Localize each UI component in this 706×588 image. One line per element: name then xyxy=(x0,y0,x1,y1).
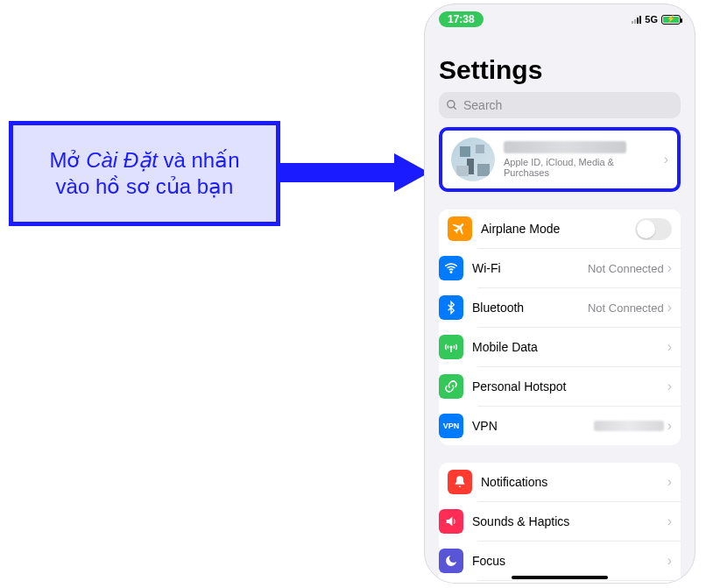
chevron-right-icon: › xyxy=(667,514,672,529)
status-right: 5G ⚡ xyxy=(632,14,681,25)
network-label: 5G xyxy=(645,14,658,25)
callout-text-1: Mở xyxy=(49,148,86,172)
row-value: Not Connected xyxy=(588,301,664,315)
row-focus[interactable]: Focus › xyxy=(477,541,681,580)
profile-name-redacted xyxy=(504,141,626,153)
svg-point-4 xyxy=(450,346,452,348)
chevron-right-icon: › xyxy=(664,152,668,167)
row-personal-hotspot[interactable]: Personal Hotspot › xyxy=(477,366,681,406)
speaker-icon xyxy=(439,509,463,534)
chevron-right-icon: › xyxy=(667,260,672,276)
row-label: Focus xyxy=(472,554,667,568)
row-value: Not Connected xyxy=(588,262,664,275)
instruction-callout: Mở Cài Đặt và nhấn vào hồ sơ của bạn xyxy=(9,121,280,226)
svg-point-0 xyxy=(448,101,455,108)
wifi-icon xyxy=(439,256,463,280)
settings-group-connectivity: Airplane Mode Wi-Fi Not Connected › Blue… xyxy=(439,209,681,445)
settings-group-notifications: Notifications › Sounds & Haptics › Focus… xyxy=(439,463,681,584)
row-screen-time[interactable]: Screen Time › xyxy=(477,580,681,584)
search-icon xyxy=(446,99,458,111)
row-label: Notifications xyxy=(481,475,667,489)
row-label: Wi-Fi xyxy=(472,261,588,275)
chevron-right-icon: › xyxy=(667,300,672,315)
svg-line-1 xyxy=(454,107,456,110)
row-label: VPN xyxy=(472,419,594,433)
vpn-value-redacted xyxy=(594,421,664,431)
cellular-signal-icon xyxy=(632,15,641,24)
row-sounds-haptics[interactable]: Sounds & Haptics › xyxy=(477,501,681,541)
phone-frame: 17:38 5G ⚡ Settings Search Apple ID, iCl… xyxy=(424,4,695,584)
profile-row[interactable]: Apple ID, iCloud, Media & Purchases › xyxy=(439,127,681,192)
callout-text-2: và nhấn xyxy=(158,148,240,172)
status-bar: 17:38 5G ⚡ xyxy=(425,4,695,29)
moon-icon xyxy=(439,549,463,573)
vpn-icon: VPN xyxy=(439,414,463,438)
home-indicator xyxy=(512,576,608,579)
page-title: Settings xyxy=(425,29,695,92)
svg-point-2 xyxy=(450,272,452,273)
antenna-icon xyxy=(439,335,463,359)
row-label: Mobile Data xyxy=(472,340,667,354)
chevron-right-icon: › xyxy=(667,379,672,394)
airplane-icon xyxy=(448,216,472,241)
row-wifi[interactable]: Wi-Fi Not Connected › xyxy=(477,248,681,287)
row-mobile-data[interactable]: Mobile Data › xyxy=(477,327,681,366)
chevron-right-icon: › xyxy=(667,339,672,355)
row-label: Personal Hotspot xyxy=(472,379,667,393)
airplane-toggle[interactable] xyxy=(635,218,672,240)
arrow-icon xyxy=(280,153,431,192)
bluetooth-icon xyxy=(439,295,463,320)
chevron-right-icon: › xyxy=(667,474,672,490)
link-icon xyxy=(439,374,463,399)
row-label: Airplane Mode xyxy=(481,222,635,236)
profile-subtitle: Apple ID, iCloud, Media & Purchases xyxy=(504,157,655,178)
row-label: Sounds & Haptics xyxy=(472,514,667,528)
row-notifications[interactable]: Notifications › xyxy=(439,463,681,501)
callout-em: Cài Đặt xyxy=(86,148,158,172)
row-airplane-mode[interactable]: Airplane Mode xyxy=(439,209,681,248)
row-vpn[interactable]: VPN VPN › xyxy=(477,406,681,445)
status-time: 17:38 xyxy=(439,11,484,27)
search-input[interactable]: Search xyxy=(439,92,681,118)
bell-icon xyxy=(448,470,472,494)
callout-text-3: vào hồ sơ của bạn xyxy=(56,174,234,198)
row-label: Bluetooth xyxy=(472,301,588,315)
chevron-right-icon: › xyxy=(667,418,672,434)
chevron-right-icon: › xyxy=(667,553,672,569)
row-bluetooth[interactable]: Bluetooth Not Connected › xyxy=(477,287,681,327)
battery-icon: ⚡ xyxy=(661,15,681,25)
avatar xyxy=(451,138,495,181)
search-placeholder: Search xyxy=(463,98,502,112)
